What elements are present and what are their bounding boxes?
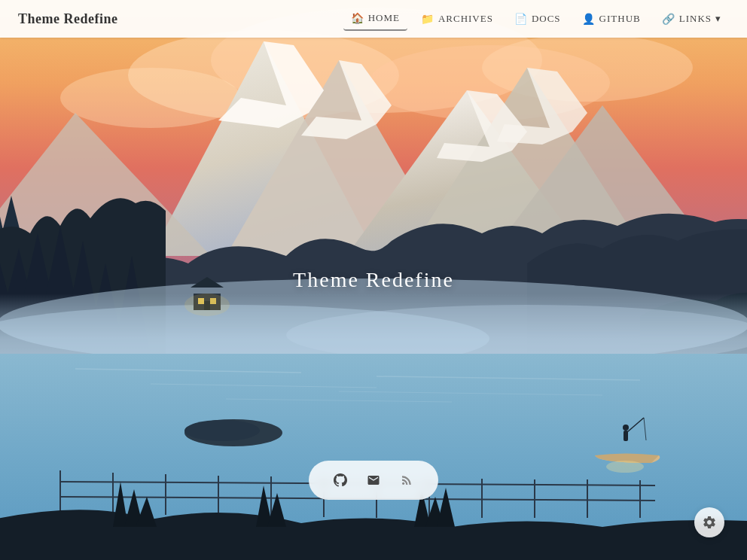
nav-label-archives: ARCHIVES	[438, 13, 493, 25]
nav-item-archives[interactable]: 📁 ARCHIVES	[413, 8, 501, 30]
nav-links: 🏠 HOME 📁 ARCHIVES 📄 DOCS 👤 GITHUB 🔗	[343, 8, 729, 31]
nav-item-home[interactable]: 🏠 HOME	[343, 8, 407, 31]
nav-link-archives[interactable]: 📁 ARCHIVES	[413, 8, 501, 30]
github-nav-icon: 👤	[582, 13, 596, 26]
dropdown-arrow-icon: ▾	[715, 13, 721, 25]
nav-link-docs[interactable]: 📄 DOCS	[507, 8, 569, 30]
rss-social-button[interactable]	[393, 467, 420, 494]
nav-label-github: GITHUB	[599, 13, 641, 25]
github-social-button[interactable]	[327, 467, 354, 494]
navbar: Theme Redefine 🏠 HOME 📁 ARCHIVES 📄 DOCS …	[0, 0, 747, 38]
nav-link-links[interactable]: 🔗 LINKS ▾	[654, 8, 729, 30]
svg-point-4	[60, 68, 241, 128]
docs-icon: 📄	[514, 13, 528, 26]
svg-point-46	[606, 461, 644, 473]
svg-point-52	[184, 294, 230, 316]
links-icon: 🔗	[662, 13, 675, 26]
nav-item-github[interactable]: 👤 GITHUB	[575, 8, 648, 30]
site-logo[interactable]: Theme Redefine	[18, 11, 117, 27]
hero-title: Theme Redefine	[293, 268, 454, 292]
email-social-button[interactable]	[360, 467, 387, 494]
nav-label-home: HOME	[368, 12, 400, 24]
nav-item-docs[interactable]: 📄 DOCS	[507, 8, 569, 30]
nav-link-github[interactable]: 👤 GITHUB	[575, 8, 648, 30]
nav-item-links[interactable]: 🔗 LINKS ▾	[654, 8, 729, 30]
svg-point-43	[623, 425, 629, 431]
svg-point-41	[184, 420, 260, 441]
nav-label-docs: DOCS	[532, 13, 561, 25]
home-icon: 🏠	[351, 12, 364, 25]
nav-link-home[interactable]: 🏠 HOME	[343, 8, 407, 31]
archives-icon: 📁	[421, 13, 434, 26]
settings-button[interactable]	[694, 507, 724, 537]
social-bar	[309, 461, 438, 500]
nav-label-links: LINKS	[679, 13, 712, 25]
